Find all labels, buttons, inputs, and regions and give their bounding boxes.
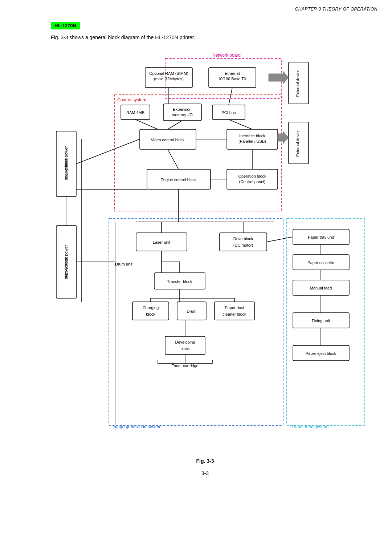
svg-text:Control system: Control system [117,97,146,102]
svg-rect-17 [163,104,201,121]
svg-line-33 [168,121,182,129]
svg-text:Paper cassette: Paper cassette [307,260,334,265]
svg-text:Operation block: Operation block [238,174,266,178]
svg-text:Paper feed system: Paper feed system [292,424,328,429]
svg-text:Drum unit: Drum unit [115,262,132,266]
svg-text:Expansion: Expansion [173,107,191,112]
svg-text:Toner cartridge: Toner cartridge [172,364,198,368]
svg-text:External device: External device [295,129,300,157]
svg-line-23 [229,88,232,105]
svg-text:RAM 4MB: RAM 4MB [126,110,144,115]
svg-text:Transfer block: Transfer block [167,279,192,284]
svg-line-78 [267,237,293,242]
svg-text:Fixing unit: Fixing unit [312,319,330,323]
svg-rect-60 [220,233,267,251]
svg-text:(Control  panel): (Control panel) [239,179,266,184]
svg-text:10/100 Base TX: 10/100 Base TX [218,77,247,81]
svg-text:Charging: Charging [143,305,159,310]
svg-text:Laser unit: Laser unit [153,240,170,244]
svg-text:Paper tray unit: Paper tray unit [308,235,334,239]
svg-line-32 [135,119,158,129]
svg-text:Optional RAM (SIMM): Optional RAM (SIMM) [149,71,188,76]
svg-text:Engine control block: Engine control block [160,178,197,182]
svg-rect-85 [132,302,169,320]
svg-rect-97 [165,336,205,355]
block-diagram: Network board Optional RAM (SIMM) (max. … [34,48,376,454]
svg-line-39 [76,139,140,164]
svg-text:(DC motor): (DC motor) [233,243,253,247]
svg-line-45 [168,149,179,169]
page-number: 3-3 [18,470,392,483]
chapter-title: CHAPTER 3 THEORY OF OPERATION [295,7,377,12]
svg-rect-48 [109,218,283,425]
svg-text:cleaner block: cleaner block [223,312,246,316]
svg-text:Video control block: Video control block [151,138,185,142]
svg-text:Ethernet: Ethernet [225,71,240,76]
svg-text:Drum: Drum [187,309,197,313]
svg-marker-29 [278,131,289,144]
fig-caption: Fig. 3-3 [18,458,392,464]
svg-text:External device: External device [295,69,300,97]
svg-text:Image generation system: Image generation system [113,424,162,429]
model-badge: HL-1270N [51,22,80,29]
svg-text:Manual feed: Manual feed [310,286,332,290]
svg-text:block: block [146,312,155,316]
intro-text: Fig. 3-3 shows a general block diagram o… [51,35,392,40]
svg-text:PCI bus: PCI bus [221,110,236,115]
svg-text:block: block [180,347,190,351]
chapter-header: CHAPTER 3 THEORY OF OPERATION [0,0,392,12]
svg-text:supply block: supply block [64,158,68,180]
svg-text:supply block: supply block [64,257,68,279]
svg-text:Network board: Network board [212,53,241,58]
svg-text:Drive block: Drive block [233,236,253,241]
svg-text:Paper eject block: Paper eject block [306,351,336,356]
svg-marker-12 [269,71,289,84]
svg-text:(max. 32Mbytes): (max. 32Mbytes) [154,77,184,81]
svg-text:Developing: Developing [175,340,195,344]
svg-rect-90 [215,302,254,320]
svg-text:Interface block: Interface block [239,134,265,138]
svg-text:memory I/O: memory I/O [172,113,193,117]
svg-line-34 [229,119,252,129]
svg-text:Paper dust: Paper dust [225,305,244,310]
svg-text:(Parallel / USB): (Parallel / USB) [238,139,266,143]
